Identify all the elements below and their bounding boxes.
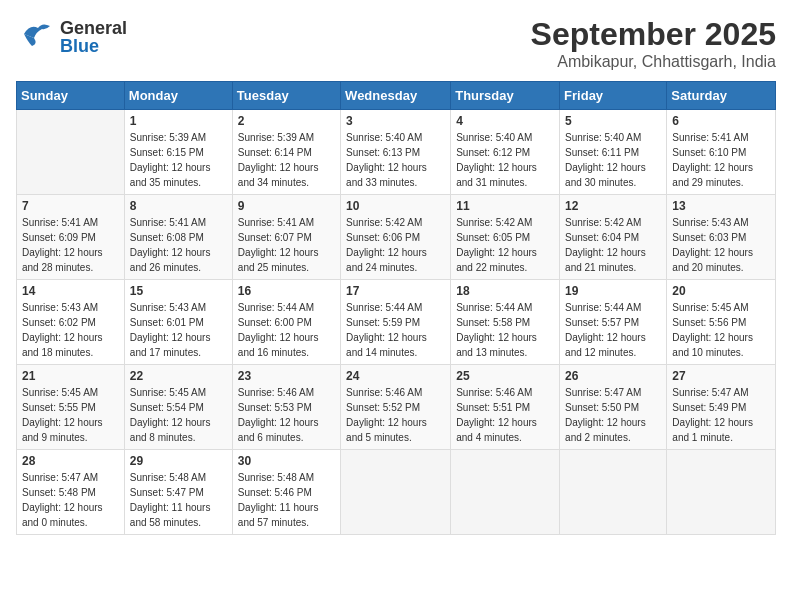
calendar-cell: 23Sunrise: 5:46 AMSunset: 5:53 PMDayligh… — [232, 365, 340, 450]
calendar-cell: 14Sunrise: 5:43 AMSunset: 6:02 PMDayligh… — [17, 280, 125, 365]
day-info: Sunrise: 5:39 AMSunset: 6:15 PMDaylight:… — [130, 130, 227, 190]
location-title: Ambikapur, Chhattisgarh, India — [531, 53, 776, 71]
day-number: 29 — [130, 454, 227, 468]
day-info: Sunrise: 5:41 AMSunset: 6:08 PMDaylight:… — [130, 215, 227, 275]
calendar-cell: 22Sunrise: 5:45 AMSunset: 5:54 PMDayligh… — [124, 365, 232, 450]
weekday-header-sunday: Sunday — [17, 82, 125, 110]
calendar-cell: 25Sunrise: 5:46 AMSunset: 5:51 PMDayligh… — [451, 365, 560, 450]
day-info: Sunrise: 5:45 AMSunset: 5:54 PMDaylight:… — [130, 385, 227, 445]
day-info: Sunrise: 5:40 AMSunset: 6:11 PMDaylight:… — [565, 130, 661, 190]
day-number: 16 — [238, 284, 335, 298]
calendar-cell: 17Sunrise: 5:44 AMSunset: 5:59 PMDayligh… — [341, 280, 451, 365]
weekday-header-row: SundayMondayTuesdayWednesdayThursdayFrid… — [17, 82, 776, 110]
day-info: Sunrise: 5:46 AMSunset: 5:53 PMDaylight:… — [238, 385, 335, 445]
calendar-cell: 28Sunrise: 5:47 AMSunset: 5:48 PMDayligh… — [17, 450, 125, 535]
day-number: 20 — [672, 284, 770, 298]
day-number: 28 — [22, 454, 119, 468]
calendar-cell: 9Sunrise: 5:41 AMSunset: 6:07 PMDaylight… — [232, 195, 340, 280]
day-info: Sunrise: 5:42 AMSunset: 6:04 PMDaylight:… — [565, 215, 661, 275]
calendar-cell: 7Sunrise: 5:41 AMSunset: 6:09 PMDaylight… — [17, 195, 125, 280]
day-number: 8 — [130, 199, 227, 213]
calendar-cell: 5Sunrise: 5:40 AMSunset: 6:11 PMDaylight… — [560, 110, 667, 195]
logo-general-text: General — [60, 19, 127, 37]
weekday-header-friday: Friday — [560, 82, 667, 110]
day-number: 17 — [346, 284, 445, 298]
day-number: 12 — [565, 199, 661, 213]
day-number: 4 — [456, 114, 554, 128]
day-info: Sunrise: 5:43 AMSunset: 6:02 PMDaylight:… — [22, 300, 119, 360]
calendar-cell: 30Sunrise: 5:48 AMSunset: 5:46 PMDayligh… — [232, 450, 340, 535]
day-number: 27 — [672, 369, 770, 383]
day-number: 2 — [238, 114, 335, 128]
day-info: Sunrise: 5:46 AMSunset: 5:52 PMDaylight:… — [346, 385, 445, 445]
day-number: 6 — [672, 114, 770, 128]
calendar-cell: 18Sunrise: 5:44 AMSunset: 5:58 PMDayligh… — [451, 280, 560, 365]
day-number: 24 — [346, 369, 445, 383]
calendar-cell: 11Sunrise: 5:42 AMSunset: 6:05 PMDayligh… — [451, 195, 560, 280]
weekday-header-tuesday: Tuesday — [232, 82, 340, 110]
day-number: 19 — [565, 284, 661, 298]
calendar-cell — [451, 450, 560, 535]
weekday-header-wednesday: Wednesday — [341, 82, 451, 110]
week-row-4: 21Sunrise: 5:45 AMSunset: 5:55 PMDayligh… — [17, 365, 776, 450]
logo-blue-text: Blue — [60, 37, 127, 55]
day-info: Sunrise: 5:42 AMSunset: 6:06 PMDaylight:… — [346, 215, 445, 275]
title-section: September 2025 Ambikapur, Chhattisgarh, … — [531, 16, 776, 71]
calendar-cell: 27Sunrise: 5:47 AMSunset: 5:49 PMDayligh… — [667, 365, 776, 450]
day-number: 13 — [672, 199, 770, 213]
calendar-cell: 19Sunrise: 5:44 AMSunset: 5:57 PMDayligh… — [560, 280, 667, 365]
calendar-cell: 15Sunrise: 5:43 AMSunset: 6:01 PMDayligh… — [124, 280, 232, 365]
day-info: Sunrise: 5:45 AMSunset: 5:55 PMDaylight:… — [22, 385, 119, 445]
calendar-cell: 16Sunrise: 5:44 AMSunset: 6:00 PMDayligh… — [232, 280, 340, 365]
day-info: Sunrise: 5:40 AMSunset: 6:12 PMDaylight:… — [456, 130, 554, 190]
calendar-cell: 6Sunrise: 5:41 AMSunset: 6:10 PMDaylight… — [667, 110, 776, 195]
calendar-cell: 20Sunrise: 5:45 AMSunset: 5:56 PMDayligh… — [667, 280, 776, 365]
day-info: Sunrise: 5:44 AMSunset: 5:59 PMDaylight:… — [346, 300, 445, 360]
day-number: 22 — [130, 369, 227, 383]
logo: General Blue — [16, 16, 127, 58]
day-info: Sunrise: 5:47 AMSunset: 5:50 PMDaylight:… — [565, 385, 661, 445]
day-info: Sunrise: 5:43 AMSunset: 6:01 PMDaylight:… — [130, 300, 227, 360]
day-info: Sunrise: 5:44 AMSunset: 6:00 PMDaylight:… — [238, 300, 335, 360]
day-number: 21 — [22, 369, 119, 383]
day-number: 18 — [456, 284, 554, 298]
calendar-cell — [17, 110, 125, 195]
day-info: Sunrise: 5:41 AMSunset: 6:10 PMDaylight:… — [672, 130, 770, 190]
day-number: 25 — [456, 369, 554, 383]
day-info: Sunrise: 5:41 AMSunset: 6:09 PMDaylight:… — [22, 215, 119, 275]
day-number: 9 — [238, 199, 335, 213]
calendar-cell: 10Sunrise: 5:42 AMSunset: 6:06 PMDayligh… — [341, 195, 451, 280]
day-number: 10 — [346, 199, 445, 213]
calendar-cell — [667, 450, 776, 535]
calendar-cell: 29Sunrise: 5:48 AMSunset: 5:47 PMDayligh… — [124, 450, 232, 535]
calendar-table: SundayMondayTuesdayWednesdayThursdayFrid… — [16, 81, 776, 535]
weekday-header-thursday: Thursday — [451, 82, 560, 110]
calendar-cell: 1Sunrise: 5:39 AMSunset: 6:15 PMDaylight… — [124, 110, 232, 195]
calendar-cell: 4Sunrise: 5:40 AMSunset: 6:12 PMDaylight… — [451, 110, 560, 195]
calendar-cell — [341, 450, 451, 535]
day-info: Sunrise: 5:47 AMSunset: 5:48 PMDaylight:… — [22, 470, 119, 530]
day-info: Sunrise: 5:47 AMSunset: 5:49 PMDaylight:… — [672, 385, 770, 445]
week-row-5: 28Sunrise: 5:47 AMSunset: 5:48 PMDayligh… — [17, 450, 776, 535]
day-number: 5 — [565, 114, 661, 128]
day-info: Sunrise: 5:46 AMSunset: 5:51 PMDaylight:… — [456, 385, 554, 445]
day-number: 1 — [130, 114, 227, 128]
calendar-cell: 12Sunrise: 5:42 AMSunset: 6:04 PMDayligh… — [560, 195, 667, 280]
calendar-cell: 13Sunrise: 5:43 AMSunset: 6:03 PMDayligh… — [667, 195, 776, 280]
month-title: September 2025 — [531, 16, 776, 53]
week-row-1: 1Sunrise: 5:39 AMSunset: 6:15 PMDaylight… — [17, 110, 776, 195]
calendar-cell: 8Sunrise: 5:41 AMSunset: 6:08 PMDaylight… — [124, 195, 232, 280]
day-number: 30 — [238, 454, 335, 468]
day-number: 15 — [130, 284, 227, 298]
calendar-cell — [560, 450, 667, 535]
day-info: Sunrise: 5:40 AMSunset: 6:13 PMDaylight:… — [346, 130, 445, 190]
day-info: Sunrise: 5:48 AMSunset: 5:47 PMDaylight:… — [130, 470, 227, 530]
day-number: 26 — [565, 369, 661, 383]
day-info: Sunrise: 5:39 AMSunset: 6:14 PMDaylight:… — [238, 130, 335, 190]
logo-icon — [16, 16, 56, 58]
page-header: General Blue September 2025 Ambikapur, C… — [16, 16, 776, 71]
calendar-cell: 21Sunrise: 5:45 AMSunset: 5:55 PMDayligh… — [17, 365, 125, 450]
calendar-cell: 3Sunrise: 5:40 AMSunset: 6:13 PMDaylight… — [341, 110, 451, 195]
calendar-cell: 2Sunrise: 5:39 AMSunset: 6:14 PMDaylight… — [232, 110, 340, 195]
day-info: Sunrise: 5:44 AMSunset: 5:58 PMDaylight:… — [456, 300, 554, 360]
